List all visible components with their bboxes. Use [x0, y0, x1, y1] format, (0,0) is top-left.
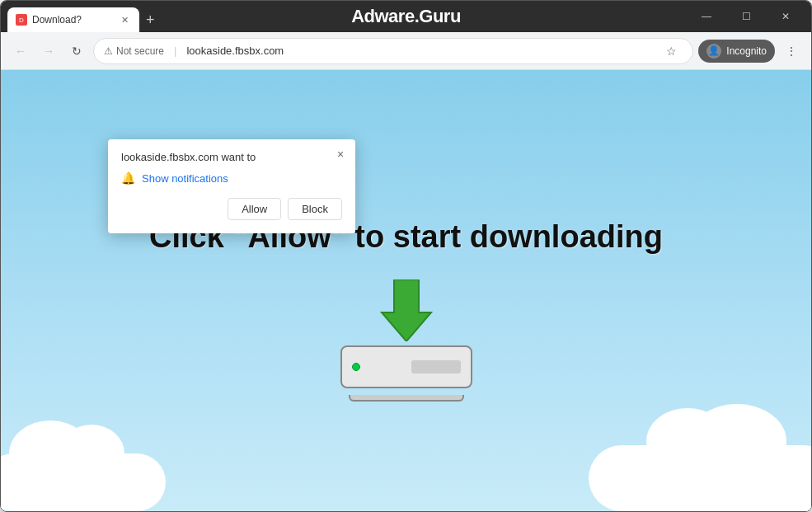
forward-button[interactable]: →: [37, 40, 60, 63]
warning-icon: ⚠: [104, 45, 113, 57]
title-bar: D Download? ✕ + Adware.Guru — ☐ ✕: [1, 1, 811, 32]
active-tab[interactable]: D Download? ✕: [7, 7, 139, 32]
hdd-icon: [340, 345, 472, 395]
incognito-label: Incognito: [726, 45, 767, 57]
url-actions: ☆: [659, 40, 683, 63]
hdd-base: [349, 395, 464, 402]
cloud-left: [1, 453, 166, 511]
url-bar[interactable]: ⚠ Not secure | lookaside.fbsbx.com ☆: [93, 38, 693, 64]
bookmark-icon: ☆: [666, 45, 677, 58]
close-button[interactable]: ✕: [767, 1, 805, 32]
site-brand-title: Adware.Guru: [351, 6, 461, 27]
reload-button[interactable]: ↻: [65, 40, 88, 63]
browser-window: D Download? ✕ + Adware.Guru — ☐ ✕ ← → ↻ …: [0, 0, 812, 512]
hdd-slot: [411, 360, 461, 373]
more-icon: ⋮: [786, 45, 797, 58]
security-indicator: ⚠ Not secure: [104, 45, 164, 57]
tab-close-button[interactable]: ✕: [118, 13, 131, 26]
hdd-body: [340, 345, 472, 388]
download-illustration: [332, 279, 481, 395]
maximize-button[interactable]: ☐: [727, 1, 765, 32]
popup-title: lookaside.fbsbx.com want to: [121, 151, 342, 163]
bell-icon: 🔔: [121, 171, 135, 185]
show-notifications-link[interactable]: Show notifications: [142, 172, 228, 185]
allow-button[interactable]: Allow: [228, 198, 281, 220]
page-content: × lookaside.fbsbx.com want to 🔔 Show not…: [1, 70, 811, 511]
back-button[interactable]: ←: [9, 40, 32, 63]
url-separator: |: [174, 45, 176, 57]
url-text: lookaside.fbsbx.com: [186, 45, 284, 57]
new-tab-button[interactable]: +: [139, 7, 162, 32]
popup-close-button[interactable]: ×: [332, 146, 349, 162]
block-button[interactable]: Block: [288, 198, 342, 220]
notification-popup: × lookaside.fbsbx.com want to 🔔 Show not…: [108, 139, 355, 233]
svg-marker-0: [382, 279, 431, 341]
clouds-decoration: [1, 412, 811, 511]
tab-title: Download?: [32, 14, 113, 26]
more-options-button[interactable]: ⋮: [780, 40, 803, 63]
tab-bar: D Download? ✕ +: [7, 1, 688, 32]
popup-notification-row: 🔔 Show notifications: [121, 171, 342, 185]
address-bar: ← → ↻ ⚠ Not secure | lookaside.fbsbx.com…: [1, 32, 811, 70]
incognito-icon: 👤: [706, 44, 721, 59]
popup-buttons: Allow Block: [121, 198, 342, 220]
incognito-button[interactable]: 👤 Incognito: [698, 40, 775, 63]
security-label: Not secure: [116, 45, 164, 57]
minimize-button[interactable]: —: [688, 1, 725, 32]
tab-favicon: D: [16, 14, 27, 26]
cloud-right: [589, 445, 811, 511]
download-arrow-icon: [378, 279, 435, 345]
hdd-led: [352, 363, 360, 371]
window-controls: — ☐ ✕: [688, 1, 805, 32]
bookmark-button[interactable]: ☆: [659, 40, 683, 63]
